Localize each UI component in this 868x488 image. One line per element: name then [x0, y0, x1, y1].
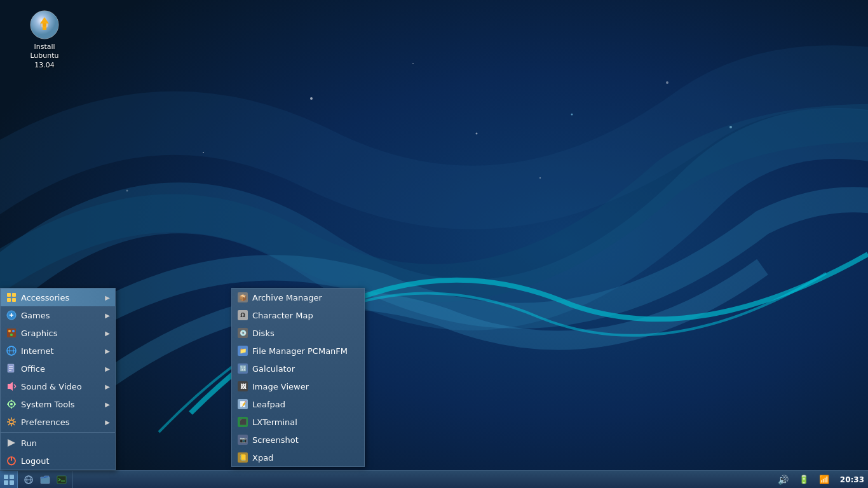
leafpad-icon: 📝 — [237, 398, 248, 410]
internet-icon — [6, 345, 17, 356]
svg-point-20 — [8, 330, 11, 332]
galculator-label: Galculator — [252, 364, 359, 374]
office-arrow: ▶ — [105, 365, 110, 372]
start-button[interactable] — [0, 471, 18, 489]
battery-icon[interactable]: 🔋 — [796, 473, 811, 487]
menu-item-preferences[interactable]: Preferences ▶ — [1, 413, 115, 431]
install-icon-image — [29, 10, 60, 40]
sound-video-label: Sound & Video — [21, 382, 105, 391]
disks-icon: 💿 — [237, 327, 248, 339]
svg-point-7 — [729, 126, 732, 128]
taskbar: 🔊 🔋 📶 20:33 — [0, 470, 868, 488]
svg-point-2 — [476, 133, 478, 135]
submenu-item-file-manager[interactable]: 📁 File Manager PCManFM — [232, 342, 364, 360]
svg-rect-16 — [7, 298, 11, 302]
submenu-item-xpad[interactable]: 📒 Xpad — [232, 449, 364, 466]
xpad-icon: 📒 — [237, 452, 248, 463]
lxterminal-label: LXTerminal — [252, 417, 359, 427]
svg-point-5 — [571, 114, 573, 116]
submenu-item-image-viewer[interactable]: 🖼 Image Viewer — [232, 377, 364, 395]
submenu-item-screenshot[interactable]: 📷 Screenshot — [232, 431, 364, 449]
internet-label: Internet — [21, 346, 105, 356]
run-icon — [6, 437, 17, 449]
submenu-item-leafpad[interactable]: 📝 Leafpad — [232, 395, 364, 413]
image-viewer-icon: 🖼 — [237, 381, 248, 392]
run-label: Run — [21, 438, 110, 448]
leafpad-label: Leafpad — [252, 400, 359, 409]
preferences-arrow: ▶ — [105, 419, 110, 426]
games-arrow: ▶ — [105, 312, 110, 319]
games-icon — [6, 309, 17, 321]
screenshot-icon: 📷 — [237, 434, 248, 445]
character-map-label: Character Map — [252, 311, 359, 320]
preferences-icon — [6, 416, 17, 428]
disks-label: Disks — [252, 329, 359, 338]
svg-line-31 — [14, 384, 16, 386]
graphics-label: Graphics — [21, 329, 105, 338]
preferences-label: Preferences — [21, 417, 105, 427]
install-icon-label: Install Lubuntu 13.04 — [19, 43, 70, 70]
graphics-arrow: ▶ — [105, 330, 110, 337]
accessories-icon — [6, 292, 17, 303]
quicklaunch-browser[interactable] — [21, 473, 36, 487]
galculator-icon: 🔢 — [237, 363, 248, 374]
menu-item-graphics[interactable]: Graphics ▶ — [1, 324, 115, 342]
quicklaunch-filemanager[interactable] — [37, 473, 53, 487]
accessories-label: Accessories — [21, 293, 105, 302]
menu-separator — [1, 432, 115, 433]
svg-point-8 — [126, 190, 128, 192]
volume-icon[interactable]: 🔊 — [776, 473, 791, 487]
submenu-item-character-map[interactable]: Ω Character Map — [232, 306, 364, 324]
sound-video-arrow: ▶ — [105, 383, 110, 390]
start-icon — [3, 474, 15, 485]
archive-manager-label: Archive Manager — [252, 293, 359, 302]
image-viewer-label: Image Viewer — [252, 382, 359, 391]
menu-item-internet[interactable]: Internet ▶ — [1, 342, 115, 360]
graphics-icon — [6, 327, 17, 339]
sound-video-icon — [6, 381, 17, 392]
accessories-arrow: ▶ — [105, 294, 110, 301]
menu-item-logout[interactable]: Logout — [1, 452, 115, 470]
menu-item-office[interactable]: Office ▶ — [1, 360, 115, 377]
svg-point-21 — [12, 330, 15, 332]
submenu-item-lxterminal[interactable]: ⬛ LXTerminal — [232, 413, 364, 431]
svg-point-3 — [666, 81, 668, 84]
screenshot-label: Screenshot — [252, 435, 359, 445]
main-menu: Accessories ▶ Games ▶ Graphics — [0, 288, 116, 470]
svg-rect-15 — [12, 293, 16, 297]
submenu-item-galculator[interactable]: 🔢 Galculator — [232, 360, 364, 377]
svg-point-34 — [10, 403, 13, 405]
file-manager-icon: 📁 — [237, 345, 248, 356]
logout-icon — [6, 455, 17, 466]
install-lubuntu-icon[interactable]: Install Lubuntu 13.04 — [19, 10, 70, 70]
quicklaunch-terminal[interactable] — [54, 473, 69, 487]
menu-item-system-tools[interactable]: System Tools ▶ — [1, 395, 115, 413]
office-icon — [6, 363, 17, 374]
menu-item-games[interactable]: Games ▶ — [1, 306, 115, 324]
desktop: Install Lubuntu 13.04 Accessories ▶ — [0, 0, 868, 488]
system-tools-arrow: ▶ — [105, 401, 110, 408]
system-tools-label: System Tools — [21, 400, 105, 409]
svg-point-6 — [412, 63, 414, 64]
taskbar-clock: 20:33 — [836, 475, 868, 484]
svg-rect-42 — [4, 475, 8, 479]
menu-item-accessories[interactable]: Accessories ▶ — [1, 288, 115, 306]
svg-rect-43 — [10, 475, 14, 479]
submenu-item-disks[interactable]: 💿 Disks — [232, 324, 364, 342]
archive-manager-icon: 📦 — [237, 292, 248, 303]
office-label: Office — [21, 364, 105, 374]
svg-point-1 — [310, 97, 313, 100]
submenu-item-archive-manager[interactable]: 📦 Archive Manager — [232, 288, 364, 306]
lxterminal-icon: ⬛ — [237, 416, 248, 428]
svg-marker-40 — [8, 439, 15, 447]
systray-area: 🔊 🔋 📶 — [771, 473, 836, 487]
svg-point-22 — [10, 334, 13, 336]
menu-item-sound-video[interactable]: Sound & Video ▶ — [1, 377, 115, 395]
wifi-icon[interactable]: 📶 — [817, 473, 832, 487]
logout-label: Logout — [21, 456, 110, 466]
svg-line-32 — [14, 386, 16, 388]
svg-rect-45 — [10, 480, 14, 485]
character-map-icon: Ω — [237, 309, 248, 321]
quicklaunch-area — [18, 471, 73, 488]
menu-item-run[interactable]: Run — [1, 434, 115, 452]
